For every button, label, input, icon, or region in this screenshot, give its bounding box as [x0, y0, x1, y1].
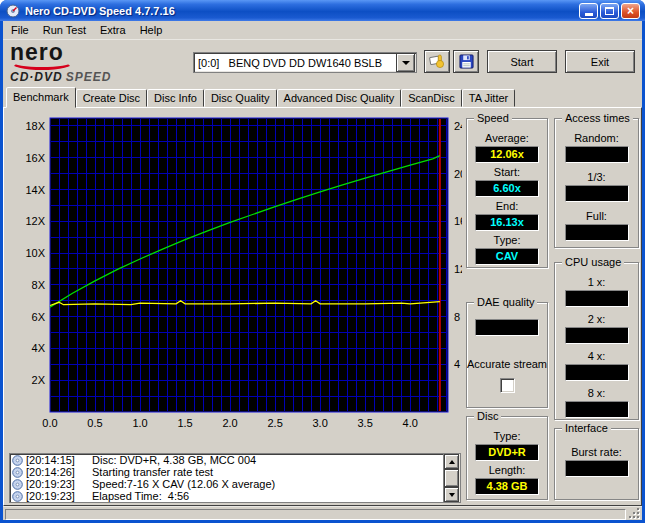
accurate-stream-checkbox[interactable] — [500, 378, 515, 393]
client-area: File Run Test Extra Help nero CD·DVDSPEE… — [3, 21, 642, 520]
drive-selector[interactable]: [0:0] BENQ DVD DD DW1640 BSLB — [193, 52, 417, 73]
cpu-usage-groupbox: CPU usage 1 x: 2 x: 4 x: 8 x: — [554, 262, 639, 420]
exit-button[interactable]: Exit — [565, 50, 635, 73]
start-speed-value: 6.60x — [475, 180, 539, 197]
cpu-4x-label: 4 x: — [588, 350, 606, 362]
svg-text:6X: 6X — [32, 311, 46, 323]
titlebar[interactable]: Nero CD-DVD Speed 4.7.7.16 × — [0, 0, 645, 21]
logo-product: CD·DVDSPEED — [10, 70, 180, 84]
burst-rate-label: Burst rate: — [571, 446, 622, 458]
log-entry-time: [20:14:15] — [26, 454, 82, 466]
drive-selector-dropdown-button[interactable] — [396, 53, 415, 72]
scroll-up-button[interactable] — [444, 454, 459, 469]
tab-bar: Benchmark Create Disc Disc Info Disc Qua… — [3, 87, 642, 107]
average-value: 12.06x — [475, 146, 539, 163]
disc-icon — [12, 491, 23, 502]
resize-grip[interactable] — [628, 507, 641, 520]
access-times-groupbox: Access times Random: 1/3: Full: — [554, 118, 639, 248]
arrow-down-icon — [449, 493, 455, 497]
interface-groupbox: Interface Burst rate: — [554, 428, 639, 500]
end-speed-value: 16.13x — [475, 214, 539, 231]
full-access-value — [565, 224, 629, 241]
app-window: Nero CD-DVD Speed 4.7.7.16 × File Run Te… — [0, 0, 645, 523]
app-icon — [6, 4, 20, 18]
svg-text:0.0: 0.0 — [42, 417, 57, 429]
chevron-down-icon — [402, 61, 410, 65]
access-times-title: Access times — [562, 112, 633, 124]
menu-file[interactable]: File — [4, 22, 36, 38]
svg-text:4.0: 4.0 — [403, 417, 418, 429]
average-label: Average: — [485, 132, 529, 144]
random-access-value — [565, 146, 629, 163]
cpu-2x-value — [565, 327, 629, 344]
hand-card-icon — [429, 54, 446, 69]
minimize-icon — [585, 13, 593, 16]
tab-disc-quality[interactable]: Disc Quality — [204, 89, 277, 107]
log-entry-time: [20:19:23] — [26, 478, 82, 490]
disc-icon — [12, 479, 23, 490]
tab-create-disc[interactable]: Create Disc — [76, 89, 147, 107]
log-entry[interactable]: [20:19:23] Elapsed Time: 4:56 — [10, 490, 460, 502]
logo-brand: nero — [10, 41, 180, 63]
arrow-up-icon — [449, 460, 455, 464]
menu-extra[interactable]: Extra — [93, 22, 133, 38]
eject-load-button[interactable] — [424, 50, 450, 73]
one-third-access-label: 1/3: — [587, 171, 605, 183]
benchmark-tab-page: 2X4X6X8X10X12X14X16X18X48121620240.00.51… — [3, 107, 642, 506]
tab-advanced-disc-quality[interactable]: Advanced Disc Quality — [277, 89, 402, 107]
tab-ta-jitter[interactable]: TA Jitter — [462, 89, 516, 107]
start-speed-label: Start: — [494, 166, 520, 178]
svg-text:8X: 8X — [32, 279, 46, 291]
log-entry-text: Disc: DVD+R, 4.38 GB, MCC 004 — [92, 454, 256, 466]
maximize-button[interactable] — [600, 3, 619, 19]
minimize-button[interactable] — [579, 3, 598, 19]
log-entry-time: [20:19:23] — [26, 490, 82, 502]
close-button[interactable]: × — [621, 3, 640, 19]
one-third-access-value — [565, 185, 629, 202]
svg-text:18X: 18X — [25, 120, 45, 132]
cpu-1x-value — [565, 290, 629, 307]
speed-groupbox: Speed Average: 12.06x Start: 6.60x End: … — [466, 118, 548, 268]
cpu-8x-value — [565, 401, 629, 418]
disc-length-value: 4.38 GB — [475, 478, 539, 495]
accurate-stream-label: Accurate stream — [467, 358, 547, 370]
menu-help[interactable]: Help — [133, 22, 170, 38]
svg-text:2X: 2X — [32, 374, 46, 386]
cpu-2x-label: 2 x: — [588, 313, 606, 325]
log-entry[interactable]: [20:19:23] Speed:7-16 X CAV (12.06 X ave… — [10, 478, 460, 490]
log-entry[interactable]: [20:14:15] Disc: DVD+R, 4.38 GB, MCC 004 — [10, 454, 460, 466]
cpu-1x-label: 1 x: — [588, 276, 606, 288]
svg-text:1.0: 1.0 — [132, 417, 147, 429]
log-scrollbar[interactable] — [443, 454, 460, 502]
disc-type-value: DVD+R — [475, 444, 539, 461]
tab-scandisc[interactable]: ScanDisc — [401, 89, 461, 107]
log-entry[interactable]: [20:14:26] Starting transfer rate test — [10, 466, 460, 478]
log-entry-text: Speed:7-16 X CAV (12.06 X average) — [92, 478, 275, 490]
svg-text:4X: 4X — [32, 342, 46, 354]
tab-benchmark[interactable]: Benchmark — [6, 87, 76, 108]
disc-icon — [12, 455, 23, 466]
start-button[interactable]: Start — [487, 50, 557, 73]
nero-logo: nero CD·DVDSPEED — [10, 41, 180, 84]
status-panel — [5, 509, 626, 520]
svg-text:1.5: 1.5 — [177, 417, 192, 429]
svg-text:8: 8 — [454, 311, 460, 323]
floppy-save-icon — [459, 54, 474, 69]
toolbar: nero CD·DVDSPEED [0:0] BENQ DVD DD DW164… — [3, 40, 642, 87]
scroll-down-button[interactable] — [444, 487, 459, 502]
tab-disc-info[interactable]: Disc Info — [147, 89, 204, 107]
dae-quality-title: DAE quality — [474, 296, 537, 308]
random-access-label: Random: — [574, 132, 619, 144]
log-entry-time: [20:14:26] — [26, 466, 82, 478]
scrollbar-thumb[interactable] — [444, 469, 459, 487]
menu-run-test[interactable]: Run Test — [36, 22, 93, 38]
drive-selector-value: [0:0] BENQ DVD DD DW1640 BSLB — [194, 57, 396, 69]
svg-text:20: 20 — [454, 168, 462, 180]
log-entry-text: Starting transfer rate test — [92, 466, 213, 478]
save-results-button[interactable] — [453, 50, 479, 73]
end-speed-label: End: — [496, 200, 519, 212]
benchmark-chart: 2X4X6X8X10X12X14X16X18X48121620240.00.51… — [6, 110, 462, 450]
log-entry-text: Elapsed Time: 4:56 — [92, 490, 189, 502]
log-list[interactable]: [20:14:15] Disc: DVD+R, 4.38 GB, MCC 004… — [9, 453, 461, 503]
svg-text:4: 4 — [454, 358, 460, 370]
